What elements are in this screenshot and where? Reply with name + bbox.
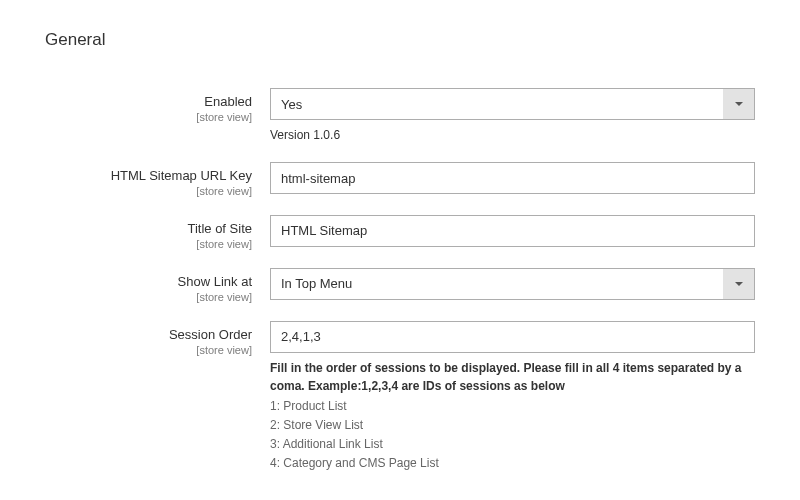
enabled-scope: [store view] — [45, 111, 252, 123]
section-title: General — [45, 30, 755, 50]
label-col: HTML Sitemap URL Key [store view] — [45, 162, 270, 197]
input-col: Yes Version 1.0.6 — [270, 88, 755, 144]
label-col: Show Link at [store view] — [45, 268, 270, 303]
titleofsite-scope: [store view] — [45, 238, 252, 250]
label-col: Session Order [store view] — [45, 321, 270, 356]
showlink-scope: [store view] — [45, 291, 252, 303]
field-row-enabled: Enabled [store view] Yes Version 1.0.6 — [45, 88, 755, 144]
sessionorder-help-2: 2: Store View List — [270, 416, 755, 435]
field-row-titleofsite: Title of Site [store view] — [45, 215, 755, 250]
input-col: Fill in the order of sessions to be disp… — [270, 321, 755, 474]
showlink-select[interactable]: In Top Menu — [270, 268, 755, 300]
label-col: Title of Site [store view] — [45, 215, 270, 250]
titleofsite-label: Title of Site — [45, 221, 252, 238]
sessionorder-scope: [store view] — [45, 344, 252, 356]
field-row-urlkey: HTML Sitemap URL Key [store view] — [45, 162, 755, 197]
field-row-showlink: Show Link at [store view] In Top Menu — [45, 268, 755, 303]
sessionorder-help-1: 1: Product List — [270, 397, 755, 416]
showlink-select-wrapper: In Top Menu — [270, 268, 755, 300]
field-row-sessionorder: Session Order [store view] Fill in the o… — [45, 321, 755, 474]
enabled-label: Enabled — [45, 94, 252, 111]
enabled-select[interactable]: Yes — [270, 88, 755, 120]
sessionorder-input[interactable] — [270, 321, 755, 353]
urlkey-label: HTML Sitemap URL Key — [45, 168, 252, 185]
input-col: In Top Menu — [270, 268, 755, 300]
label-col: Enabled [store view] — [45, 88, 270, 123]
input-col — [270, 215, 755, 247]
urlkey-scope: [store view] — [45, 185, 252, 197]
input-col — [270, 162, 755, 194]
sessionorder-help-3: 3: Additional Link List — [270, 435, 755, 454]
urlkey-input[interactable] — [270, 162, 755, 194]
titleofsite-input[interactable] — [270, 215, 755, 247]
enabled-version: Version 1.0.6 — [270, 126, 755, 144]
showlink-label: Show Link at — [45, 274, 252, 291]
sessionorder-label: Session Order — [45, 327, 252, 344]
sessionorder-help-4: 4: Category and CMS Page List — [270, 454, 755, 473]
enabled-select-wrapper: Yes — [270, 88, 755, 120]
sessionorder-help-bold: Fill in the order of sessions to be disp… — [270, 359, 755, 395]
sessionorder-help-list: 1: Product List 2: Store View List 3: Ad… — [270, 397, 755, 474]
